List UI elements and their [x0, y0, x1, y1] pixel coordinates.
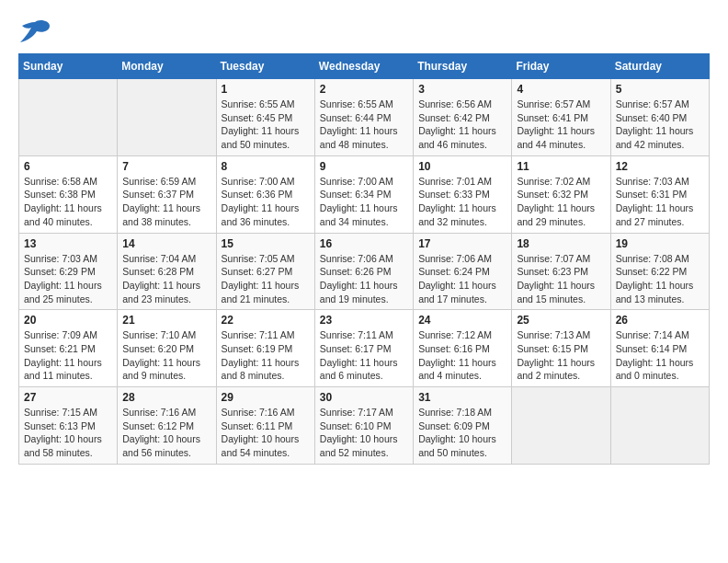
day-number: 23	[320, 314, 408, 327]
day-info: Sunrise: 7:05 AMSunset: 6:27 PMDaylight:…	[222, 252, 310, 306]
day-info: Sunrise: 7:00 AMSunset: 6:34 PMDaylight:…	[320, 175, 408, 229]
calendar-cell: 19Sunrise: 7:08 AMSunset: 6:22 PMDayligh…	[610, 233, 709, 310]
day-header-tuesday: Tuesday	[216, 54, 314, 79]
day-number: 3	[418, 83, 506, 96]
day-number: 29	[222, 391, 310, 404]
day-header-wednesday: Wednesday	[314, 54, 413, 79]
day-number: 22	[222, 314, 310, 327]
calendar-cell	[610, 387, 709, 465]
calendar-cell: 8Sunrise: 7:00 AMSunset: 6:36 PMDaylight…	[216, 155, 314, 233]
day-info: Sunrise: 7:08 AMSunset: 6:22 PMDaylight:…	[616, 252, 704, 306]
calendar-cell: 15Sunrise: 7:05 AMSunset: 6:27 PMDayligh…	[216, 233, 314, 310]
calendar-cell: 13Sunrise: 7:03 AMSunset: 6:29 PMDayligh…	[19, 233, 118, 310]
week-row-3: 13Sunrise: 7:03 AMSunset: 6:29 PMDayligh…	[19, 233, 710, 310]
logo	[18, 18, 55, 44]
calendar-cell: 1Sunrise: 6:55 AMSunset: 6:45 PMDaylight…	[216, 79, 314, 156]
day-info: Sunrise: 7:10 AMSunset: 6:20 PMDaylight:…	[122, 328, 210, 383]
day-header-saturday: Saturday	[610, 54, 709, 79]
day-number: 20	[24, 314, 112, 327]
calendar-cell: 10Sunrise: 7:01 AMSunset: 6:33 PMDayligh…	[414, 155, 512, 233]
day-info: Sunrise: 7:12 AMSunset: 6:16 PMDaylight:…	[418, 328, 506, 383]
day-header-thursday: Thursday	[414, 54, 512, 79]
day-info: Sunrise: 7:01 AMSunset: 6:33 PMDaylight:…	[418, 175, 506, 229]
day-number: 26	[616, 314, 704, 327]
calendar-cell: 25Sunrise: 7:13 AMSunset: 6:15 PMDayligh…	[512, 310, 610, 387]
day-info: Sunrise: 6:59 AMSunset: 6:37 PMDaylight:…	[122, 175, 210, 229]
day-number: 17	[418, 237, 506, 250]
day-number: 7	[122, 160, 210, 173]
day-number: 14	[122, 237, 210, 250]
day-number: 5	[616, 83, 704, 96]
day-number: 27	[24, 391, 112, 404]
day-header-sunday: Sunday	[19, 54, 118, 79]
day-number: 31	[418, 391, 506, 404]
day-info: Sunrise: 7:03 AMSunset: 6:31 PMDaylight:…	[616, 175, 704, 229]
calendar-cell: 27Sunrise: 7:15 AMSunset: 6:13 PMDayligh…	[19, 387, 118, 465]
day-number: 12	[616, 160, 704, 173]
day-number: 18	[517, 237, 605, 250]
day-header-monday: Monday	[118, 54, 216, 79]
day-number: 28	[122, 391, 210, 404]
calendar-cell: 20Sunrise: 7:09 AMSunset: 6:21 PMDayligh…	[19, 310, 118, 387]
day-info: Sunrise: 7:09 AMSunset: 6:21 PMDaylight:…	[24, 328, 112, 383]
day-info: Sunrise: 7:13 AMSunset: 6:15 PMDaylight:…	[517, 328, 605, 383]
day-number: 9	[320, 160, 408, 173]
day-info: Sunrise: 7:07 AMSunset: 6:23 PMDaylight:…	[517, 252, 605, 306]
day-number: 21	[122, 314, 210, 327]
day-info: Sunrise: 7:06 AMSunset: 6:26 PMDaylight:…	[320, 252, 408, 306]
day-info: Sunrise: 6:55 AMSunset: 6:44 PMDaylight:…	[320, 98, 408, 152]
logo-icon	[18, 18, 51, 44]
day-info: Sunrise: 6:55 AMSunset: 6:45 PMDaylight:…	[222, 98, 310, 152]
day-info: Sunrise: 6:56 AMSunset: 6:42 PMDaylight:…	[418, 98, 506, 152]
calendar-cell: 6Sunrise: 6:58 AMSunset: 6:38 PMDaylight…	[19, 155, 118, 233]
calendar-cell: 4Sunrise: 6:57 AMSunset: 6:41 PMDaylight…	[512, 79, 610, 156]
day-info: Sunrise: 7:11 AMSunset: 6:17 PMDaylight:…	[320, 328, 408, 383]
calendar-cell: 26Sunrise: 7:14 AMSunset: 6:14 PMDayligh…	[610, 310, 709, 387]
calendar-cell: 30Sunrise: 7:17 AMSunset: 6:10 PMDayligh…	[314, 387, 413, 465]
day-info: Sunrise: 7:15 AMSunset: 6:13 PMDaylight:…	[24, 406, 112, 460]
day-info: Sunrise: 7:02 AMSunset: 6:32 PMDaylight:…	[517, 175, 605, 229]
calendar-cell: 21Sunrise: 7:10 AMSunset: 6:20 PMDayligh…	[118, 310, 216, 387]
week-row-1: 1Sunrise: 6:55 AMSunset: 6:45 PMDaylight…	[19, 79, 710, 156]
day-number: 1	[222, 83, 310, 96]
calendar-cell: 5Sunrise: 6:57 AMSunset: 6:40 PMDaylight…	[610, 79, 709, 156]
week-row-4: 20Sunrise: 7:09 AMSunset: 6:21 PMDayligh…	[19, 310, 710, 387]
calendar-cell: 9Sunrise: 7:00 AMSunset: 6:34 PMDaylight…	[314, 155, 413, 233]
day-info: Sunrise: 7:03 AMSunset: 6:29 PMDaylight:…	[24, 252, 112, 306]
calendar-cell: 7Sunrise: 6:59 AMSunset: 6:37 PMDaylight…	[118, 155, 216, 233]
day-number: 30	[320, 391, 408, 404]
calendar-cell: 29Sunrise: 7:16 AMSunset: 6:11 PMDayligh…	[216, 387, 314, 465]
calendar-cell	[19, 79, 118, 156]
day-number: 4	[517, 83, 605, 96]
day-header-friday: Friday	[512, 54, 610, 79]
calendar-cell: 18Sunrise: 7:07 AMSunset: 6:23 PMDayligh…	[512, 233, 610, 310]
calendar-cell: 28Sunrise: 7:16 AMSunset: 6:12 PMDayligh…	[118, 387, 216, 465]
day-number: 6	[24, 160, 112, 173]
header	[18, 18, 710, 44]
calendar: SundayMondayTuesdayWednesdayThursdayFrid…	[18, 53, 710, 465]
day-info: Sunrise: 6:58 AMSunset: 6:38 PMDaylight:…	[24, 175, 112, 229]
calendar-cell: 14Sunrise: 7:04 AMSunset: 6:28 PMDayligh…	[118, 233, 216, 310]
week-row-5: 27Sunrise: 7:15 AMSunset: 6:13 PMDayligh…	[19, 387, 710, 465]
calendar-cell: 2Sunrise: 6:55 AMSunset: 6:44 PMDaylight…	[314, 79, 413, 156]
day-info: Sunrise: 7:04 AMSunset: 6:28 PMDaylight:…	[122, 252, 210, 306]
day-number: 25	[517, 314, 605, 327]
day-number: 10	[418, 160, 506, 173]
day-number: 15	[222, 237, 310, 250]
day-info: Sunrise: 7:16 AMSunset: 6:12 PMDaylight:…	[122, 406, 210, 460]
day-info: Sunrise: 7:06 AMSunset: 6:24 PMDaylight:…	[418, 252, 506, 306]
day-info: Sunrise: 7:11 AMSunset: 6:19 PMDaylight:…	[222, 328, 310, 383]
day-info: Sunrise: 7:18 AMSunset: 6:09 PMDaylight:…	[418, 406, 506, 460]
calendar-cell: 24Sunrise: 7:12 AMSunset: 6:16 PMDayligh…	[414, 310, 512, 387]
calendar-cell: 22Sunrise: 7:11 AMSunset: 6:19 PMDayligh…	[216, 310, 314, 387]
day-number: 11	[517, 160, 605, 173]
calendar-cell: 23Sunrise: 7:11 AMSunset: 6:17 PMDayligh…	[314, 310, 413, 387]
week-row-2: 6Sunrise: 6:58 AMSunset: 6:38 PMDaylight…	[19, 155, 710, 233]
calendar-cell: 17Sunrise: 7:06 AMSunset: 6:24 PMDayligh…	[414, 233, 512, 310]
day-number: 8	[222, 160, 310, 173]
day-number: 2	[320, 83, 408, 96]
day-info: Sunrise: 6:57 AMSunset: 6:41 PMDaylight:…	[517, 98, 605, 152]
day-info: Sunrise: 7:17 AMSunset: 6:10 PMDaylight:…	[320, 406, 408, 460]
day-number: 16	[320, 237, 408, 250]
day-info: Sunrise: 7:14 AMSunset: 6:14 PMDaylight:…	[616, 328, 704, 383]
